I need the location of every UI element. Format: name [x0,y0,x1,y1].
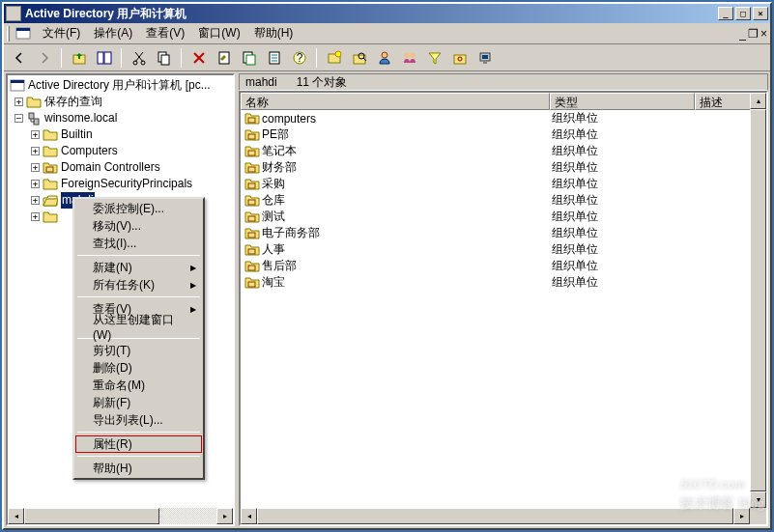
scroll-right-button[interactable]: ▸ [216,508,233,524]
row-name: 仓库 [262,192,285,209]
list-row[interactable]: 淘宝组织单位 [241,274,766,291]
expand-icon[interactable]: + [31,147,40,155]
ou-icon [244,259,260,274]
svg-rect-3 [98,52,103,64]
scroll-left-button[interactable]: ◂ [8,508,24,524]
ou-icon [244,242,260,258]
tree-root[interactable]: Active Directory 用户和计算机 [pc... [10,77,231,94]
tree-saved-queries[interactable]: + 保存的查询 [10,94,231,110]
filter-button[interactable] [423,47,445,69]
folder-icon [43,144,58,159]
scroll-thumb-h[interactable] [24,508,159,524]
list-row[interactable]: 采购组织单位 [241,176,766,192]
list-row[interactable]: 测试组织单位 [241,209,766,225]
ctx-export-list[interactable]: 导出列表(L)... [75,411,202,429]
list-row[interactable]: 电子商务部组织单位 [241,225,766,241]
show-hide-tree-button[interactable] [93,47,115,69]
scroll-right-button[interactable]: ▸ [733,508,750,524]
tree-domain[interactable]: − winsome.local [10,110,231,126]
expand-icon[interactable]: + [31,196,40,205]
menubar: 文件(F) 操作(A) 查看(V) 窗口(W) 帮助(H) _ ❐ × [4,23,770,44]
add-group-button[interactable] [398,47,420,69]
expand-icon[interactable]: + [31,163,40,172]
tree-dc[interactable]: + Domain Controllers [10,159,231,176]
minimize-button[interactable]: _ [718,7,733,20]
maximize-button[interactable]: □ [735,7,751,20]
properties-button[interactable] [213,47,235,69]
collapse-icon[interactable]: − [14,114,23,123]
row-type: 组织单位 [548,126,693,143]
scroll-down-button[interactable]: ▾ [750,491,766,508]
add-user-button[interactable] [373,47,395,69]
list-row[interactable]: PE部组织单位 [241,126,766,143]
cut-button[interactable] [128,47,150,69]
column-name[interactable]: 名称 [241,93,550,110]
menu-window[interactable]: 窗口(W) [192,23,245,43]
menu-help[interactable]: 帮助(H) [248,23,300,43]
up-button[interactable] [68,47,90,69]
ou-icon [244,160,260,176]
copy-button[interactable] [153,47,175,69]
tree-fsp[interactable]: + ForeignSecurityPrincipals [10,176,231,192]
back-button[interactable] [8,47,30,69]
expand-icon[interactable]: + [14,98,23,106]
find-button[interactable] [348,47,370,69]
refresh-button[interactable] [238,47,260,69]
svg-rect-25 [482,55,488,59]
ctx-rename[interactable]: 重命名(M) [75,377,202,394]
row-type: 组织单位 [548,143,693,159]
row-type: 组织单位 [548,110,693,126]
column-type[interactable]: 类型 [550,93,695,110]
ctx-delete[interactable]: 删除(D) [75,359,202,377]
menu-action[interactable]: 操作(A) [88,23,138,43]
list-row[interactable]: 人事组织单位 [241,241,766,258]
svg-point-16 [335,51,341,57]
expand-icon[interactable]: + [31,212,40,221]
expand-icon[interactable]: + [31,130,40,139]
ctx-separator [77,456,200,457]
new-computer-button[interactable] [473,47,496,69]
scroll-thumb-h[interactable] [257,508,733,524]
ctx-delegate[interactable]: 委派控制(E)... [75,200,202,217]
scroll-up-button[interactable]: ▴ [750,93,766,109]
tree-computers[interactable]: + Computers [10,143,231,159]
ctx-help[interactable]: 帮助(H) [75,460,202,477]
export-button[interactable] [263,47,285,69]
new-ou-button[interactable] [323,47,345,69]
ctx-find[interactable]: 查找(I)... [75,235,202,252]
forward-button[interactable] [33,47,55,69]
tree-builtin[interactable]: + Builtin [10,126,231,143]
help-button[interactable]: ? [288,47,310,69]
list-row[interactable]: 售后部组织单位 [241,258,766,274]
ou-icon [244,275,260,291]
mdi-close-button[interactable]: × [760,27,767,41]
svg-rect-1 [16,28,30,31]
row-type: 组织单位 [548,209,693,225]
ou-icon [244,193,260,209]
scroll-left-button[interactable]: ◂ [241,508,257,524]
row-type: 组织单位 [548,241,693,258]
list-row[interactable]: 笔记本组织单位 [241,143,766,159]
menu-view[interactable]: 查看(V) [140,23,190,43]
mdi-restore-button[interactable]: ❐ [748,27,759,41]
scroll-thumb-v[interactable] [750,109,766,491]
list-row[interactable]: computers组织单位 [241,110,766,126]
menu-file[interactable]: 文件(F) [37,23,86,43]
ctx-new-window[interactable]: 从这里创建窗口(W) [75,318,202,335]
ctx-all-tasks[interactable]: 所有任务(K) [75,276,202,294]
titlebar[interactable]: Active Directory 用户和计算机 _ □ × [4,4,770,23]
saved-query-button[interactable] [448,47,471,69]
close-button[interactable]: × [753,7,768,20]
mdi-minimize-button[interactable]: _ [739,27,746,41]
delete-button[interactable] [187,47,210,69]
ctx-move[interactable]: 移动(V)... [75,217,202,235]
svg-rect-8 [161,55,169,65]
ctx-new[interactable]: 新建(N) [75,259,202,276]
list-row[interactable]: 财务部组织单位 [241,159,766,176]
menubar-handle [7,26,10,42]
ctx-refresh[interactable]: 刷新(F) [75,394,202,411]
expand-icon[interactable]: + [31,180,40,188]
list-row[interactable]: 仓库组织单位 [241,192,766,209]
ctx-cut[interactable]: 剪切(T) [75,342,202,359]
ctx-properties[interactable]: 属性(R) [75,435,202,453]
